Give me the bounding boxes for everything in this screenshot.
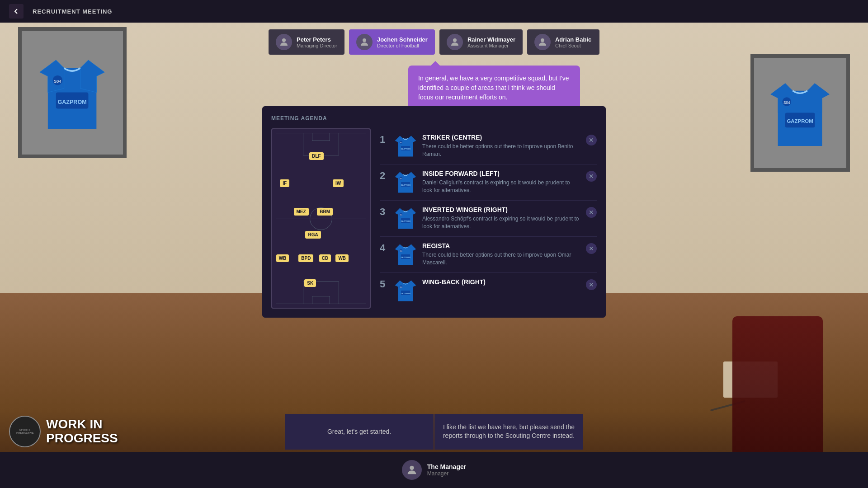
agenda-num-0: 1 (380, 135, 389, 145)
response-btn-0[interactable]: Great, let's get started. (285, 414, 434, 450)
agenda-text-3: REGISTA There could be better options ou… (422, 242, 580, 267)
agenda-position-1: INSIDE FORWARD (LEFT) (422, 170, 580, 177)
pos-mez: MEZ (294, 208, 309, 216)
agenda-jersey-4: GAZPROM S04 (394, 278, 417, 303)
agenda-num-4: 5 (380, 279, 389, 289)
speech-bubble: In general, we have a very competitive s… (408, 66, 580, 110)
agenda-text-0: STRIKER (CENTRE) There could be better o… (422, 134, 580, 158)
person-name-1: Jochen Schneider (377, 36, 428, 43)
person-info-1: Jochen Schneider Director of Football (377, 36, 428, 48)
jersey-frame-left: GAZPROM S04 (18, 27, 127, 158)
svg-point-32 (410, 466, 414, 470)
response-area: Great, let's get started. I like the lis… (285, 414, 583, 450)
avatar-3 (534, 34, 551, 50)
person-role-1: Director of Football (377, 43, 428, 48)
agenda-num-3: 4 (380, 243, 389, 253)
agenda-close-1[interactable]: ✕ (586, 171, 597, 182)
svg-text:GAZPROM: GAZPROM (401, 184, 410, 186)
avatar-0 (276, 34, 292, 50)
chair (732, 316, 823, 452)
person-card-0[interactable]: Peter Peters Managing Director (269, 29, 344, 55)
agenda-close-2[interactable]: ✕ (586, 207, 597, 218)
person-role-2: Assistant Manager (467, 43, 515, 48)
avatar-1 (356, 34, 373, 50)
manager-role: Manager (427, 470, 466, 477)
person-card-2[interactable]: Rainer Widmayer Assistant Manager (439, 29, 523, 55)
svg-text:S04: S04 (783, 101, 790, 105)
pos-wb2: WB (335, 254, 349, 262)
svg-point-10 (453, 38, 457, 42)
agenda-close-0[interactable]: ✕ (586, 135, 597, 145)
agenda-jersey-3: GAZPROM S04 (394, 242, 417, 267)
svg-point-9 (363, 38, 366, 42)
svg-point-11 (541, 38, 544, 42)
agenda-desc-0: There could be better options out there … (422, 143, 580, 158)
manager-info: The Manager Manager (427, 463, 466, 477)
svg-text:S04: S04 (400, 142, 402, 144)
agenda-jersey-2: GAZPROM S04 (394, 206, 417, 231)
agenda-jersey-0: GAZPROM S04 (394, 134, 417, 159)
person-info-0: Peter Peters Managing Director (297, 36, 337, 48)
back-button[interactable] (9, 4, 24, 19)
persons-row: Peter Peters Managing Director Jochen Sc… (269, 29, 599, 55)
field-goal-top (312, 133, 330, 141)
pos-cd: CD (319, 254, 331, 262)
avatar-2 (447, 34, 463, 50)
agenda-num-2: 3 (380, 207, 389, 217)
agenda-content: DLF IF IW MEZ BBM RGA WB BPD CD WB SK 1 … (271, 128, 597, 309)
page-title: RECRUITMENT MEETING (33, 8, 112, 15)
agenda-position-3: REGISTA (422, 242, 580, 249)
agenda-text-2: INVERTED WINGER (RIGHT) Alessandro Schöp… (422, 206, 580, 230)
svg-text:GAZPROM: GAZPROM (58, 99, 87, 105)
pos-if: IF (280, 179, 289, 187)
agenda-list: 1 GAZPROM S04 STRIKER (CENTRE) There cou… (380, 128, 597, 309)
agenda-item-2: 3 GAZPROM S04 INVERTED WINGER (RIGHT) Al… (380, 201, 597, 237)
person-info-2: Rainer Widmayer Assistant Manager (467, 36, 515, 48)
person-name-3: Adrian Babic (555, 36, 591, 43)
agenda-num-1: 2 (380, 171, 389, 181)
person-name-2: Rainer Widmayer (467, 36, 515, 43)
svg-text:S04: S04 (400, 214, 402, 216)
svg-text:GAZPROM: GAZPROM (401, 292, 410, 295)
pos-bpd: BPD (298, 254, 313, 262)
agenda-jersey-1: GAZPROM S04 (394, 170, 417, 195)
svg-text:S04: S04 (54, 79, 61, 84)
field-goal-bottom (312, 296, 330, 304)
person-card-3[interactable]: Adrian Babic Chief Scout (527, 29, 599, 55)
agenda-item-3: 4 GAZPROM S04 REGISTA There could be bet… (380, 237, 597, 273)
svg-text:GAZPROM: GAZPROM (787, 119, 813, 124)
agenda-title: MEETING AGENDA (271, 115, 597, 122)
agenda-desc-2: Alessandro Schöpf's contract is expiring… (422, 215, 580, 230)
agenda-text-1: INSIDE FORWARD (LEFT) Daniel Caligiuri's… (422, 170, 580, 194)
agenda-desc-1: Daniel Caligiuri's contract is expiring … (422, 179, 580, 194)
agenda-desc-3: There could be better options out there … (422, 251, 580, 267)
wip-logo: SPORTSINTERACTIVE (9, 416, 41, 447)
agenda-position-4: WING-BACK (RIGHT) (422, 278, 580, 286)
agenda-close-3[interactable]: ✕ (586, 243, 597, 254)
pos-bbm: BBM (317, 208, 333, 216)
svg-text:GAZPROM: GAZPROM (401, 220, 410, 222)
pos-sk: SK (304, 279, 316, 287)
speech-text: In general, we have a very competitive s… (418, 75, 569, 101)
agenda-close-4[interactable]: ✕ (586, 279, 597, 290)
person-card-1[interactable]: Jochen Schneider Director of Football (349, 29, 435, 55)
pos-dlf: DLF (309, 152, 323, 160)
svg-text:GAZPROM: GAZPROM (401, 148, 410, 150)
agenda-item-1: 2 GAZPROM S04 INSIDE FORWARD (LEFT) Dani… (380, 164, 597, 201)
svg-text:S04: S04 (400, 250, 402, 252)
wip-text: WORK INPROGRESS (46, 418, 118, 446)
top-bar: RECRUITMENT MEETING (0, 0, 868, 23)
pos-wb1: WB (276, 254, 289, 262)
agenda-panel: MEETING AGENDA DLF IF IW MEZ BBM RGA WB … (262, 106, 606, 318)
manager-avatar (402, 460, 422, 480)
svg-text:S04: S04 (400, 178, 402, 180)
agenda-position-0: STRIKER (CENTRE) (422, 134, 580, 141)
agenda-position-2: INVERTED WINGER (RIGHT) (422, 206, 580, 213)
person-role-3: Chief Scout (555, 43, 591, 48)
manager-name: The Manager (427, 463, 466, 470)
agenda-item-0: 1 GAZPROM S04 STRIKER (CENTRE) There cou… (380, 128, 597, 164)
response-btn-1[interactable]: I like the list we have here, but please… (434, 414, 583, 450)
person-role-0: Managing Director (297, 43, 337, 48)
pos-iw: IW (333, 179, 344, 187)
formation-field: DLF IF IW MEZ BBM RGA WB BPD CD WB SK (271, 128, 371, 309)
